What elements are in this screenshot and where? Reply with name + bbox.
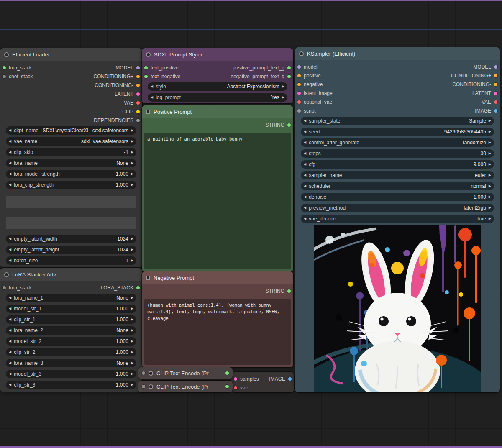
log_prompt-widget[interactable]: ◀log_promptYes▶ <box>148 93 287 102</box>
VAE-output-port[interactable] <box>136 101 140 105</box>
widget-left-arrow-icon[interactable]: ◀ <box>304 217 306 220</box>
graph-canvas[interactable]: Efficient Loaderlora_stackMODELcnet_stac… <box>0 0 502 448</box>
empty_latent_height-widget[interactable]: ◀empty_latent_height1024▶ <box>6 246 136 254</box>
lora_name_1-widget[interactable]: ◀lora_name_1None▶ <box>6 294 136 302</box>
widget-right-arrow-icon[interactable]: ▶ <box>131 372 133 376</box>
positive-prompt-node[interactable]: Positive PromptSTRINGa painting of an ad… <box>142 105 293 272</box>
CONDITIONING--output-port[interactable] <box>494 83 497 86</box>
widget-left-arrow-icon[interactable]: ◀ <box>9 183 11 187</box>
LATENT-output-port[interactable] <box>136 92 140 96</box>
MODEL-output-port[interactable] <box>136 66 140 69</box>
optional_vae-input-port[interactable] <box>297 100 301 104</box>
widget-right-arrow-icon[interactable]: ▶ <box>282 96 284 99</box>
preview_method-widget[interactable]: ◀preview_methodlatent2rgb▶ <box>301 204 494 212</box>
widget-left-arrow-icon[interactable]: ◀ <box>304 184 306 188</box>
widget-left-arrow-icon[interactable]: ◀ <box>304 163 306 166</box>
widget-left-arrow-icon[interactable]: ◀ <box>9 351 11 354</box>
vae_decode-widget[interactable]: ◀vae_decodetrue▶ <box>301 215 494 223</box>
clip_str_1-widget[interactable]: ◀clip_str_11.000▶ <box>6 315 136 324</box>
input-port[interactable]: text_positive <box>144 65 179 71</box>
input-port[interactable]: latent_image <box>297 90 333 96</box>
negative-input-port[interactable] <box>297 83 301 86</box>
control_after_generate-widget[interactable]: ◀control_after_generaterandomize▶ <box>301 138 494 147</box>
widget-right-arrow-icon[interactable]: ▶ <box>131 259 133 262</box>
widget-left-arrow-icon[interactable]: ◀ <box>304 119 306 123</box>
CONDITIONING+-output-port[interactable] <box>494 74 497 77</box>
IMAGE-output-port[interactable] <box>494 109 497 113</box>
widget-left-arrow-icon[interactable]: ◀ <box>9 140 11 143</box>
vae-input-port[interactable] <box>234 386 237 389</box>
widget-left-arrow-icon[interactable]: ◀ <box>304 141 306 144</box>
lora_name_3-widget[interactable]: ◀lora_name_3None▶ <box>6 359 136 367</box>
lora_clip_strength-widget[interactable]: ◀lora_clip_strength1.000▶ <box>6 181 136 189</box>
input-port[interactable]: text_negative <box>144 74 180 79</box>
output-port[interactable]: MODEL <box>115 65 140 71</box>
output-port[interactable]: IMAGE <box>269 376 292 382</box>
CONDITIONING+-output-port[interactable] <box>136 75 140 78</box>
lora_name-widget[interactable]: ◀lora_nameNone▶ <box>6 159 136 167</box>
input-port[interactable]: script <box>297 108 316 114</box>
node-header[interactable]: Positive Prompt <box>142 105 293 118</box>
lora_model_strength-widget[interactable]: ◀lora_model_strength1.000▶ <box>6 170 136 178</box>
model_str_3-widget[interactable]: ◀model_str_31.000▶ <box>6 370 136 378</box>
widget-right-arrow-icon[interactable]: ▶ <box>131 351 133 354</box>
widget-left-arrow-icon[interactable]: ◀ <box>9 383 11 387</box>
widget-right-arrow-icon[interactable]: ▶ <box>131 140 133 143</box>
widget-right-arrow-icon[interactable]: ▶ <box>489 152 491 155</box>
widget-right-arrow-icon[interactable]: ▶ <box>131 237 133 241</box>
widget-left-arrow-icon[interactable]: ◀ <box>9 248 11 251</box>
widget-right-arrow-icon[interactable]: ▶ <box>489 141 491 144</box>
widget-left-arrow-icon[interactable]: ◀ <box>9 161 11 165</box>
node-header[interactable]: LoRA Stacker Adv. <box>0 268 142 281</box>
widget-right-arrow-icon[interactable]: ▶ <box>489 217 491 220</box>
widget-right-arrow-icon[interactable]: ▶ <box>131 329 133 332</box>
collapsed-input-dot[interactable] <box>142 371 145 375</box>
widget-left-arrow-icon[interactable]: ◀ <box>9 307 11 310</box>
sampler_state-widget[interactable]: ◀sampler_stateSample▶ <box>301 117 494 125</box>
output-port[interactable]: positive_prompt_text_g <box>233 65 291 71</box>
output-port[interactable]: VAE <box>482 99 497 105</box>
collapsed-output-dot[interactable] <box>225 385 229 388</box>
widget-right-arrow-icon[interactable]: ▶ <box>131 307 133 310</box>
cnet_stack-input-port[interactable] <box>3 75 6 78</box>
ksampler-node[interactable]: KSampler (Efficient)modelMODELpositiveCO… <box>295 47 500 392</box>
clip_str_3-widget[interactable]: ◀clip_str_31.000▶ <box>6 381 136 389</box>
output-port[interactable]: CLIP <box>122 109 140 115</box>
negative-prompt-node[interactable]: Negative PromptSTRING(human with animal … <box>142 271 293 367</box>
vae-decode-node[interactable]: samplesIMAGEvae <box>231 372 294 392</box>
input-port[interactable]: negative <box>297 82 323 87</box>
output-port[interactable]: CONDITIONING- <box>95 82 140 88</box>
widget-right-arrow-icon[interactable]: ▶ <box>131 129 133 132</box>
node-header[interactable]: KSampler (Efficient) <box>295 47 500 60</box>
collapse-icon[interactable] <box>4 272 9 277</box>
STRING-output-port[interactable] <box>287 123 291 127</box>
lora_name_2-widget[interactable]: ◀lora_name_2None▶ <box>6 326 136 335</box>
output-port[interactable]: negative_prompt_text_g <box>231 74 291 79</box>
steps-widget[interactable]: ◀steps30▶ <box>301 149 494 158</box>
widget-left-arrow-icon[interactable]: ◀ <box>9 372 11 376</box>
denoise-widget[interactable]: ◀denoise1.000▶ <box>301 193 494 201</box>
widget-right-arrow-icon[interactable]: ▶ <box>131 172 133 176</box>
collapsed-input-dot[interactable] <box>142 385 145 388</box>
text_positive-input-port[interactable] <box>144 66 148 69</box>
widget-left-arrow-icon[interactable]: ◀ <box>9 329 11 332</box>
input-port[interactable]: vae <box>234 385 248 391</box>
STRING-output-port[interactable] <box>287 289 291 293</box>
output-port[interactable]: LATENT <box>115 91 140 97</box>
lora_stack-input-port[interactable] <box>3 286 6 289</box>
widget-right-arrow-icon[interactable]: ▶ <box>489 184 491 188</box>
MODEL-output-port[interactable] <box>494 65 497 69</box>
collapsed-output-dot[interactable] <box>225 371 229 375</box>
VAE-output-port[interactable] <box>494 100 497 104</box>
positive-input-port[interactable] <box>297 74 301 77</box>
widget-right-arrow-icon[interactable]: ▶ <box>131 296 133 300</box>
widget-left-arrow-icon[interactable]: ◀ <box>304 206 306 210</box>
widget-left-arrow-icon[interactable]: ◀ <box>9 151 11 154</box>
widget-right-arrow-icon[interactable]: ▶ <box>489 130 491 133</box>
collapse-icon[interactable] <box>299 51 304 56</box>
style-widget[interactable]: ◀styleAbstract Expressionism▶ <box>148 82 287 91</box>
widget-left-arrow-icon[interactable]: ◀ <box>9 318 11 321</box>
widget-left-arrow-icon[interactable]: ◀ <box>304 174 306 177</box>
input-port[interactable]: lora_stack <box>3 285 32 291</box>
output-port[interactable]: STRING <box>266 122 291 128</box>
